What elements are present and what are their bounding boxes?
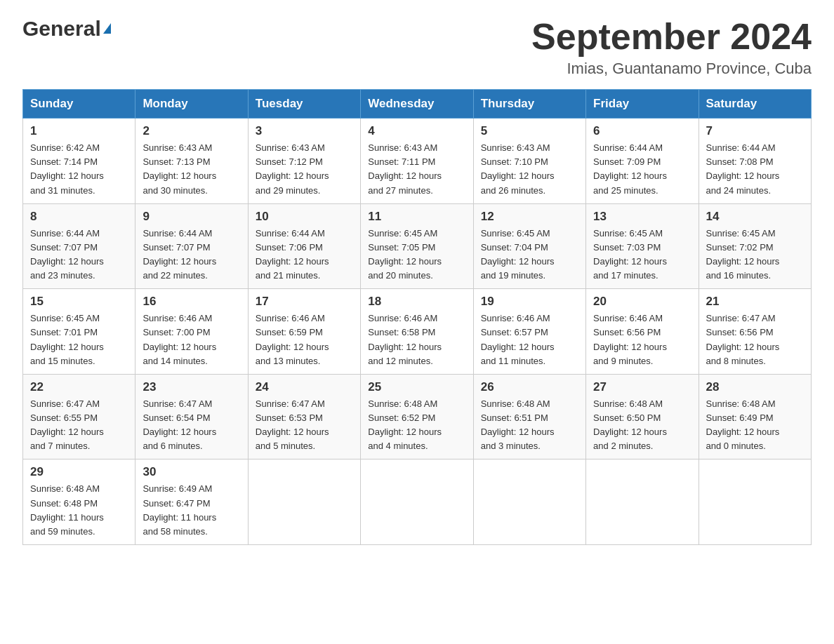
calendar-cell: 8 Sunrise: 6:44 AMSunset: 7:07 PMDayligh… [23,203,135,289]
calendar-cell: 12 Sunrise: 6:45 AMSunset: 7:04 PMDaylig… [473,203,585,289]
week-row-1: 1 Sunrise: 6:42 AMSunset: 7:14 PMDayligh… [23,119,812,204]
calendar-cell: 26 Sunrise: 6:48 AMSunset: 6:51 PMDaylig… [473,374,585,459]
day-number: 2 [143,124,240,138]
week-row-4: 22 Sunrise: 6:47 AMSunset: 6:55 PMDaylig… [23,374,812,459]
day-info: Sunrise: 6:42 AMSunset: 7:14 PMDaylight:… [30,141,128,198]
day-info: Sunrise: 6:43 AMSunset: 7:12 PMDaylight:… [256,141,353,198]
day-number: 16 [143,295,240,309]
day-number: 23 [143,380,240,394]
col-tuesday: Tuesday [248,90,360,119]
calendar-cell: 11 Sunrise: 6:45 AMSunset: 7:05 PMDaylig… [361,203,473,289]
calendar-cell: 28 Sunrise: 6:48 AMSunset: 6:49 PMDaylig… [699,374,811,459]
day-info: Sunrise: 6:46 AMSunset: 7:00 PMDaylight:… [143,311,240,368]
day-info: Sunrise: 6:47 AMSunset: 6:56 PMDaylight:… [706,311,804,368]
col-friday: Friday [586,90,699,119]
calendar-cell: 16 Sunrise: 6:46 AMSunset: 7:00 PMDaylig… [135,289,248,375]
day-info: Sunrise: 6:44 AMSunset: 7:06 PMDaylight:… [256,227,353,283]
calendar-table: Sunday Monday Tuesday Wednesday Thursday… [22,89,812,545]
calendar-cell: 4 Sunrise: 6:43 AMSunset: 7:11 PMDayligh… [361,119,473,204]
calendar-cell: 25 Sunrise: 6:48 AMSunset: 6:52 PMDaylig… [361,374,473,459]
day-info: Sunrise: 6:46 AMSunset: 6:57 PMDaylight:… [481,311,578,368]
day-number: 25 [368,380,465,394]
day-info: Sunrise: 6:46 AMSunset: 6:59 PMDaylight:… [256,311,353,368]
calendar-cell: 7 Sunrise: 6:44 AMSunset: 7:08 PMDayligh… [699,119,811,204]
calendar-cell [361,459,473,545]
logo: General [22,17,111,38]
calendar-cell: 24 Sunrise: 6:47 AMSunset: 6:53 PMDaylig… [248,374,360,459]
col-saturday: Saturday [699,90,811,119]
day-number: 21 [706,295,804,309]
day-number: 24 [256,380,353,394]
page-header: General September 2024 Imias, Guantanamo… [22,17,812,78]
calendar-cell [586,459,699,545]
calendar-cell: 9 Sunrise: 6:44 AMSunset: 7:07 PMDayligh… [135,203,248,289]
calendar-cell: 19 Sunrise: 6:46 AMSunset: 6:57 PMDaylig… [473,289,585,375]
day-number: 8 [30,210,128,224]
title-block: September 2024 Imias, Guantanamo Provinc… [531,17,812,78]
day-info: Sunrise: 6:48 AMSunset: 6:48 PMDaylight:… [30,482,128,539]
calendar-cell [699,459,811,545]
col-thursday: Thursday [473,90,585,119]
calendar-cell: 22 Sunrise: 6:47 AMSunset: 6:55 PMDaylig… [23,374,135,459]
day-info: Sunrise: 6:44 AMSunset: 7:09 PMDaylight:… [593,141,691,198]
week-row-3: 15 Sunrise: 6:45 AMSunset: 7:01 PMDaylig… [23,289,812,375]
day-number: 5 [481,124,578,138]
calendar-cell: 3 Sunrise: 6:43 AMSunset: 7:12 PMDayligh… [248,119,360,204]
calendar-cell: 13 Sunrise: 6:45 AMSunset: 7:03 PMDaylig… [586,203,699,289]
logo-triangle-icon [103,23,111,34]
calendar-cell: 10 Sunrise: 6:44 AMSunset: 7:06 PMDaylig… [248,203,360,289]
calendar-cell: 18 Sunrise: 6:46 AMSunset: 6:58 PMDaylig… [361,289,473,375]
day-number: 11 [368,210,465,224]
week-row-2: 8 Sunrise: 6:44 AMSunset: 7:07 PMDayligh… [23,203,812,289]
day-info: Sunrise: 6:43 AMSunset: 7:13 PMDaylight:… [143,141,240,198]
day-number: 20 [593,295,691,309]
col-wednesday: Wednesday [361,90,473,119]
day-number: 9 [143,210,240,224]
day-info: Sunrise: 6:45 AMSunset: 7:01 PMDaylight:… [30,311,128,368]
day-info: Sunrise: 6:47 AMSunset: 6:55 PMDaylight:… [30,397,128,454]
col-monday: Monday [135,90,248,119]
calendar-cell [473,459,585,545]
day-info: Sunrise: 6:47 AMSunset: 6:54 PMDaylight:… [143,397,240,454]
day-number: 10 [256,210,353,224]
day-info: Sunrise: 6:48 AMSunset: 6:52 PMDaylight:… [368,397,465,454]
day-number: 3 [256,124,353,138]
day-number: 15 [30,295,128,309]
calendar-cell: 1 Sunrise: 6:42 AMSunset: 7:14 PMDayligh… [23,119,135,204]
day-number: 29 [30,465,128,479]
day-info: Sunrise: 6:46 AMSunset: 6:56 PMDaylight:… [593,311,691,368]
calendar-cell: 23 Sunrise: 6:47 AMSunset: 6:54 PMDaylig… [135,374,248,459]
calendar-cell: 21 Sunrise: 6:47 AMSunset: 6:56 PMDaylig… [699,289,811,375]
calendar-cell: 5 Sunrise: 6:43 AMSunset: 7:10 PMDayligh… [473,119,585,204]
day-number: 28 [706,380,804,394]
day-number: 26 [481,380,578,394]
day-number: 22 [30,380,128,394]
calendar-cell: 14 Sunrise: 6:45 AMSunset: 7:02 PMDaylig… [699,203,811,289]
day-info: Sunrise: 6:45 AMSunset: 7:05 PMDaylight:… [368,227,465,283]
day-number: 18 [368,295,465,309]
calendar-cell: 2 Sunrise: 6:43 AMSunset: 7:13 PMDayligh… [135,119,248,204]
day-number: 30 [143,465,240,479]
day-info: Sunrise: 6:48 AMSunset: 6:50 PMDaylight:… [593,397,691,454]
calendar-cell: 29 Sunrise: 6:48 AMSunset: 6:48 PMDaylig… [23,459,135,545]
day-number: 12 [481,210,578,224]
calendar-cell: 15 Sunrise: 6:45 AMSunset: 7:01 PMDaylig… [23,289,135,375]
calendar-cell: 17 Sunrise: 6:46 AMSunset: 6:59 PMDaylig… [248,289,360,375]
day-info: Sunrise: 6:43 AMSunset: 7:10 PMDaylight:… [481,141,578,198]
day-info: Sunrise: 6:44 AMSunset: 7:07 PMDaylight:… [143,227,240,283]
day-info: Sunrise: 6:46 AMSunset: 6:58 PMDaylight:… [368,311,465,368]
day-info: Sunrise: 6:47 AMSunset: 6:53 PMDaylight:… [256,397,353,454]
day-info: Sunrise: 6:44 AMSunset: 7:08 PMDaylight:… [706,141,804,198]
day-number: 17 [256,295,353,309]
calendar-cell: 27 Sunrise: 6:48 AMSunset: 6:50 PMDaylig… [586,374,699,459]
day-info: Sunrise: 6:45 AMSunset: 7:02 PMDaylight:… [706,227,804,283]
location-subtitle: Imias, Guantanamo Province, Cuba [531,60,812,78]
logo-general-text: General [22,17,101,41]
calendar-cell: 20 Sunrise: 6:46 AMSunset: 6:56 PMDaylig… [586,289,699,375]
day-info: Sunrise: 6:43 AMSunset: 7:11 PMDaylight:… [368,141,465,198]
day-info: Sunrise: 6:45 AMSunset: 7:03 PMDaylight:… [593,227,691,283]
day-number: 14 [706,210,804,224]
day-number: 1 [30,124,128,138]
day-number: 4 [368,124,465,138]
day-number: 7 [706,124,804,138]
